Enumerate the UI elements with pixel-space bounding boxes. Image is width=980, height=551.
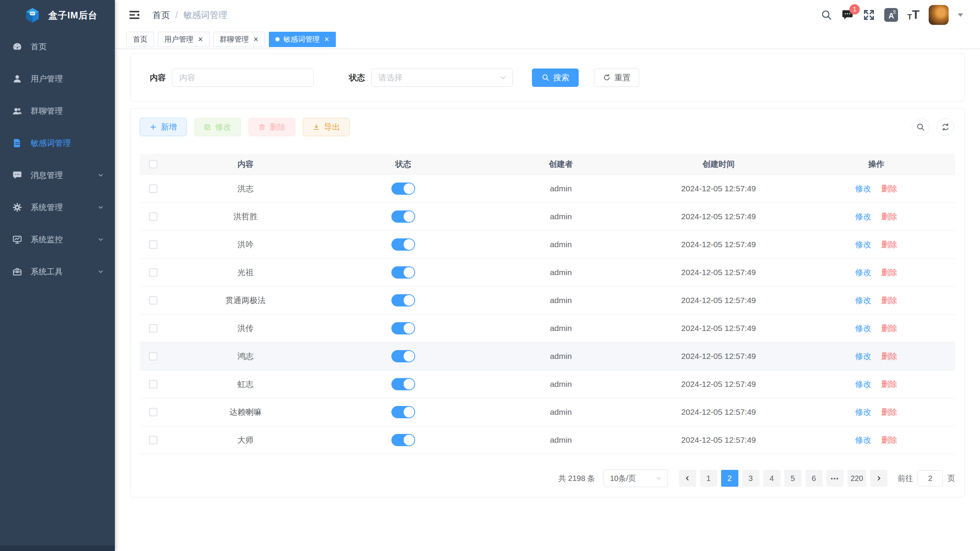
tab-close-icon[interactable]: × bbox=[198, 35, 203, 44]
delete-link[interactable]: 删除 bbox=[881, 351, 897, 362]
content-cell: 达赖喇嘛 bbox=[167, 407, 324, 417]
tab-sensitive-words[interactable]: 敏感词管理 × bbox=[269, 32, 336, 47]
app-logo[interactable]: 盒子IM后台 bbox=[0, 0, 115, 31]
page-button[interactable]: 3 bbox=[742, 470, 759, 487]
tab-label: 用户管理 bbox=[164, 34, 193, 44]
row-checkbox[interactable] bbox=[149, 436, 157, 444]
row-checkbox[interactable] bbox=[149, 380, 157, 388]
column-header-creator: 创建者 bbox=[482, 159, 640, 170]
messages-icon[interactable]: 1 bbox=[841, 9, 854, 21]
edit-link[interactable]: 修改 bbox=[855, 239, 871, 250]
sidebar-item-messages[interactable]: 消息管理 bbox=[0, 159, 115, 191]
sidebar-item-system-monitor[interactable]: 系统监控 bbox=[0, 223, 115, 256]
page-button[interactable]: 4 bbox=[763, 470, 780, 487]
sidebar-item-groups[interactable]: 群聊管理 bbox=[0, 95, 115, 127]
page-button[interactable]: 5 bbox=[784, 470, 802, 487]
tab-user-management[interactable]: 用户管理 × bbox=[158, 32, 209, 47]
user-avatar[interactable] bbox=[929, 5, 949, 25]
font-size-icon[interactable]: T T bbox=[907, 9, 919, 20]
tab-group-management[interactable]: 群聊管理 × bbox=[213, 32, 265, 47]
sidebar-item-users[interactable]: 用户管理 bbox=[0, 63, 115, 95]
row-checkbox[interactable] bbox=[149, 352, 157, 360]
refresh-button[interactable] bbox=[937, 118, 954, 136]
edit-button[interactable]: 修改 bbox=[194, 118, 241, 136]
sidebar-item-system-tools[interactable]: 系统工具 bbox=[0, 256, 115, 288]
edit-link[interactable]: 修改 bbox=[855, 351, 871, 362]
row-checkbox[interactable] bbox=[149, 184, 157, 193]
row-checkbox[interactable] bbox=[149, 408, 157, 416]
status-toggle[interactable] bbox=[391, 350, 415, 362]
tab-close-icon[interactable]: × bbox=[324, 35, 329, 44]
status-toggle[interactable] bbox=[391, 266, 415, 279]
tab-home[interactable]: 首页 bbox=[126, 32, 154, 47]
user-icon bbox=[12, 74, 22, 84]
delete-link[interactable]: 删除 bbox=[881, 379, 897, 390]
search-button[interactable]: 搜索 bbox=[532, 68, 579, 87]
status-select[interactable]: 请选择 bbox=[371, 68, 513, 87]
delete-link[interactable]: 删除 bbox=[881, 211, 897, 222]
page-button[interactable]: 1 bbox=[700, 470, 717, 487]
page-button[interactable]: 220 bbox=[847, 470, 866, 487]
status-toggle[interactable] bbox=[391, 322, 415, 334]
fullscreen-icon[interactable] bbox=[863, 9, 875, 21]
reset-button[interactable]: 重置 bbox=[594, 68, 639, 87]
search-icon[interactable] bbox=[821, 9, 832, 21]
status-toggle[interactable] bbox=[391, 238, 415, 251]
row-checkbox[interactable] bbox=[149, 296, 157, 305]
export-button[interactable]: 导出 bbox=[303, 118, 350, 136]
sidebar-item-sensitive-words[interactable]: 敏感词管理 bbox=[0, 127, 115, 159]
sidebar-collapse-button[interactable] bbox=[126, 7, 142, 23]
translate-cjk: 文 bbox=[892, 9, 897, 15]
delete-link[interactable]: 删除 bbox=[881, 295, 897, 306]
row-checkbox[interactable] bbox=[149, 212, 157, 221]
select-all-checkbox[interactable] bbox=[149, 160, 157, 168]
row-checkbox[interactable] bbox=[149, 324, 157, 333]
language-switch-icon[interactable]: A 文 bbox=[884, 8, 898, 22]
tab-close-icon[interactable]: × bbox=[254, 35, 258, 44]
page-size-value: 10条/页 bbox=[610, 473, 636, 484]
sidebar-footer bbox=[0, 545, 115, 551]
status-toggle[interactable] bbox=[391, 210, 415, 223]
page-button[interactable]: 2 bbox=[721, 470, 738, 487]
sidebar-item-label: 用户管理 bbox=[31, 73, 104, 84]
status-toggle[interactable] bbox=[391, 294, 415, 306]
row-checkbox[interactable] bbox=[149, 268, 157, 277]
breadcrumb-home[interactable]: 首页 bbox=[152, 9, 170, 21]
edit-link[interactable]: 修改 bbox=[855, 183, 871, 194]
edit-link[interactable]: 修改 bbox=[855, 379, 871, 390]
chevron-down-icon bbox=[97, 172, 104, 179]
status-toggle[interactable] bbox=[391, 434, 415, 446]
delete-link[interactable]: 删除 bbox=[881, 183, 897, 194]
edit-link[interactable]: 修改 bbox=[855, 407, 871, 417]
delete-link[interactable]: 删除 bbox=[881, 323, 897, 334]
page-button[interactable]: 6 bbox=[805, 470, 823, 487]
goto-page-input[interactable] bbox=[918, 470, 943, 486]
delete-link[interactable]: 删除 bbox=[881, 435, 897, 445]
edit-link[interactable]: 修改 bbox=[855, 211, 871, 222]
pager: 123456•••220 bbox=[677, 470, 889, 487]
status-toggle[interactable] bbox=[391, 406, 415, 418]
next-page-button[interactable] bbox=[870, 470, 887, 487]
edit-link[interactable]: 修改 bbox=[855, 435, 871, 445]
content-input[interactable] bbox=[172, 68, 314, 87]
status-toggle[interactable] bbox=[391, 378, 415, 390]
add-button[interactable]: 新增 bbox=[140, 118, 187, 136]
delete-link[interactable]: 删除 bbox=[881, 239, 897, 250]
status-toggle[interactable] bbox=[391, 183, 415, 195]
delete-button[interactable]: 删除 bbox=[249, 118, 295, 136]
row-checkbox[interactable] bbox=[149, 240, 157, 249]
sidebar-item-home[interactable]: 首页 bbox=[0, 31, 115, 63]
delete-link[interactable]: 删除 bbox=[881, 267, 897, 278]
edit-link[interactable]: 修改 bbox=[855, 295, 871, 306]
edit-link[interactable]: 修改 bbox=[855, 323, 871, 334]
toggle-search-button[interactable] bbox=[912, 118, 929, 136]
chevron-down-icon bbox=[97, 268, 104, 275]
edit-link[interactable]: 修改 bbox=[855, 267, 871, 278]
avatar-dropdown-caret-icon[interactable] bbox=[958, 13, 963, 17]
created-at-cell: 2024-12-05 12:57:49 bbox=[640, 212, 797, 221]
sidebar-item-system-management[interactable]: 系统管理 bbox=[0, 191, 115, 223]
prev-page-button[interactable] bbox=[679, 470, 696, 487]
delete-link[interactable]: 删除 bbox=[881, 407, 897, 417]
more-pages-button[interactable]: ••• bbox=[826, 470, 844, 487]
page-size-select[interactable]: 10条/页 bbox=[604, 469, 668, 487]
